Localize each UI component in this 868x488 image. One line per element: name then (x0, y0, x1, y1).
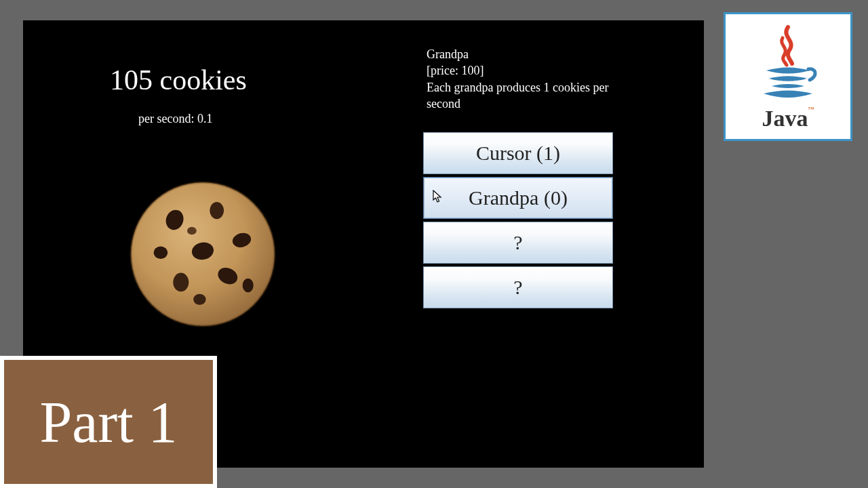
java-logo-text: Java™ (762, 106, 814, 131)
svg-point-6 (154, 247, 168, 259)
tooltip-name: Grandpa (427, 46, 623, 62)
store-panel: Cursor (1) Grandpa (0) ? ? (423, 132, 613, 311)
part-label: Part 1 (39, 388, 177, 456)
store-item-label: Grandpa (0) (469, 186, 568, 209)
svg-point-8 (193, 294, 205, 305)
svg-point-5 (173, 273, 189, 292)
cursor-icon (433, 190, 443, 207)
svg-point-10 (187, 227, 197, 235)
store-item-label: Cursor (1) (476, 142, 560, 165)
tooltip-description: Each grandpa produces 1 cookies per seco… (427, 79, 623, 113)
store-item-label: ? (513, 231, 522, 254)
cookie-count-label: 105 cookies (110, 64, 247, 96)
store-item-locked-1[interactable]: ? (423, 222, 613, 264)
store-item-locked-2[interactable]: ? (423, 266, 613, 308)
java-logo-icon (754, 22, 822, 103)
store-item-grandpa[interactable]: Grandpa (0) (423, 177, 613, 219)
part-badge: Part 1 (0, 356, 217, 488)
store-item-cursor[interactable]: Cursor (1) (423, 132, 613, 174)
store-item-label: ? (513, 276, 522, 299)
svg-point-9 (243, 279, 254, 293)
java-logo-badge: Java™ (724, 12, 852, 141)
tooltip-price: [price: 100] (427, 62, 623, 79)
cookie-button[interactable] (125, 176, 281, 332)
per-second-label: per second: 0.1 (138, 112, 212, 126)
svg-point-2 (210, 202, 224, 219)
store-tooltip: Grandpa [price: 100] Each grandpa produc… (427, 46, 623, 112)
